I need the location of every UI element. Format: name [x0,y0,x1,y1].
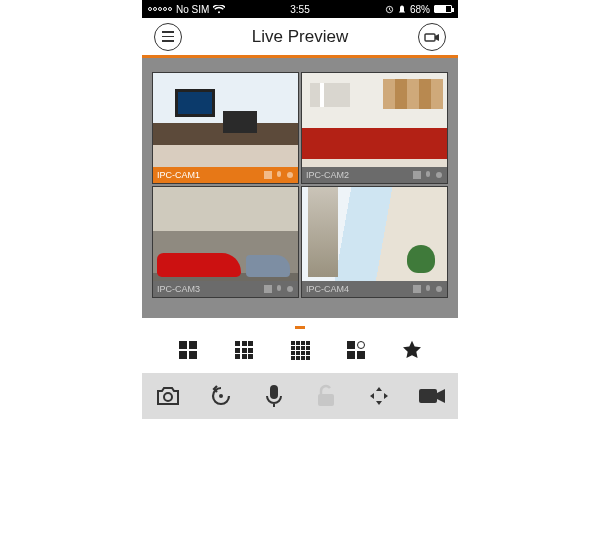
alarm-icon [385,5,394,14]
page-indicator [142,318,458,333]
battery-icon [434,5,452,13]
snapshot-button[interactable] [153,381,183,411]
talk-button[interactable] [259,381,289,411]
svg-point-5 [436,172,442,178]
camera-snapshot-icon [155,385,181,407]
svg-rect-1 [425,34,435,41]
svg-point-11 [219,394,223,398]
svg-rect-8 [413,285,421,293]
nav-bar: Live Preview [142,18,458,58]
playback-button[interactable] [206,381,236,411]
microphone-icon [265,384,283,408]
layout-3x3-button[interactable] [233,339,255,361]
lock-icon [316,384,336,408]
camera-status-icons [264,285,294,293]
page-title: Live Preview [252,27,348,47]
menu-button[interactable] [154,23,182,51]
history-icon [209,384,233,408]
record-icon [418,386,446,406]
favorite-button[interactable] [401,339,423,361]
svg-point-10 [164,393,172,401]
grid-3x3-icon [235,341,253,359]
dnd-icon [398,5,406,14]
camera-name: IPC-CAM2 [306,170,349,180]
camera-name: IPC-CAM1 [157,170,200,180]
ptz-arrows-icon [367,384,391,408]
svg-rect-2 [264,171,272,179]
svg-rect-13 [318,394,334,406]
layout-4x4-button[interactable] [289,339,311,361]
grid-2x2-icon [179,341,197,359]
app-screen: No SIM 3:55 68% Live Preview [142,0,458,419]
menu-icon [162,31,174,42]
bottom-toolbar [142,373,458,419]
layout-selector [142,333,458,373]
camera-icon [424,31,440,43]
svg-rect-12 [270,385,278,399]
camera-name: IPC-CAM3 [157,284,200,294]
camera-tile-4[interactable]: IPC-CAM4 [301,186,448,298]
svg-point-3 [287,172,293,178]
svg-rect-14 [419,389,437,403]
camera-tile-1[interactable]: IPC-CAM1 [152,72,299,184]
camera-status-icons [413,171,443,179]
grid-4x4-icon [291,341,309,359]
battery-pct: 68% [410,4,430,15]
camera-tile-3[interactable]: IPC-CAM3 [152,186,299,298]
layout-2x2-button[interactable] [177,339,199,361]
grid-mixed-icon [347,341,365,359]
camera-tile-2[interactable]: IPC-CAM2 [301,72,448,184]
svg-rect-6 [264,285,272,293]
svg-point-9 [436,286,442,292]
lock-button[interactable] [311,381,341,411]
page-dot [295,326,305,329]
layout-mixed-button[interactable] [345,339,367,361]
star-icon [401,339,423,361]
wifi-icon [213,5,225,14]
camera-select-button[interactable] [418,23,446,51]
camera-status-icons [264,171,294,179]
signal-dots-icon [148,7,172,11]
carrier-label: No SIM [176,4,209,15]
status-bar: No SIM 3:55 68% [142,0,458,18]
svg-point-7 [287,286,293,292]
ptz-button[interactable] [364,381,394,411]
preview-area: IPC-CAM1 IPC-CAM2 [142,58,458,318]
svg-rect-4 [413,171,421,179]
camera-grid: IPC-CAM1 IPC-CAM2 [152,72,448,298]
camera-status-icons [413,285,443,293]
record-button[interactable] [417,381,447,411]
camera-name: IPC-CAM4 [306,284,349,294]
